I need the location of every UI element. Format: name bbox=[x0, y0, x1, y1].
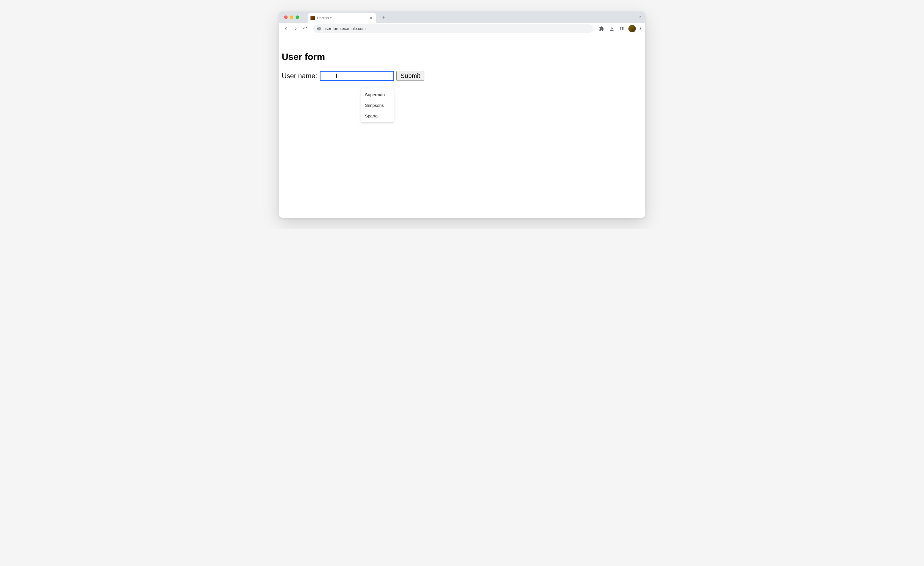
tab-bar: User form bbox=[279, 12, 645, 23]
tabs-dropdown-button[interactable] bbox=[638, 15, 642, 20]
username-label: User name: bbox=[282, 72, 317, 80]
close-tab-button[interactable] bbox=[369, 16, 374, 20]
back-button[interactable] bbox=[282, 25, 290, 33]
site-info-icon bbox=[317, 26, 321, 31]
browser-window: User form user-form.example.com bbox=[279, 12, 645, 218]
url-text: user-form.example.com bbox=[324, 26, 366, 31]
downloads-button[interactable] bbox=[608, 25, 616, 33]
new-tab-button[interactable] bbox=[380, 13, 388, 21]
window-close-button[interactable] bbox=[284, 15, 288, 19]
profile-avatar[interactable] bbox=[628, 25, 636, 32]
window-maximize-button[interactable] bbox=[296, 15, 299, 19]
address-bar[interactable]: user-form.example.com bbox=[314, 24, 594, 33]
reload-button[interactable] bbox=[302, 25, 309, 33]
autocomplete-item[interactable]: Sparta bbox=[361, 111, 394, 121]
browser-menu-button[interactable] bbox=[638, 26, 642, 32]
autocomplete-dropdown: Superman Simpsons Sparta bbox=[361, 88, 394, 123]
submit-button[interactable]: Submit bbox=[396, 71, 424, 81]
window-minimize-button[interactable] bbox=[290, 15, 293, 19]
autocomplete-item[interactable]: Simpsons bbox=[361, 100, 394, 111]
favicon-icon bbox=[310, 16, 315, 20]
username-input[interactable] bbox=[320, 71, 394, 81]
page-content: User form User name: I Submit Superman S… bbox=[279, 35, 645, 218]
user-form: User name: I Submit Superman Simpsons Sp… bbox=[282, 71, 642, 81]
browser-tab[interactable]: User form bbox=[308, 13, 376, 23]
forward-button[interactable] bbox=[292, 25, 300, 33]
svg-rect-1 bbox=[620, 27, 624, 30]
autocomplete-item[interactable]: Superman bbox=[361, 89, 394, 100]
toolbar-actions bbox=[597, 25, 642, 33]
browser-toolbar: user-form.example.com bbox=[279, 23, 645, 35]
tab-title: User form bbox=[317, 16, 367, 20]
page-title: User form bbox=[282, 51, 642, 62]
side-panel-button[interactable] bbox=[618, 25, 626, 33]
extensions-button[interactable] bbox=[597, 25, 606, 33]
window-controls bbox=[281, 15, 302, 19]
